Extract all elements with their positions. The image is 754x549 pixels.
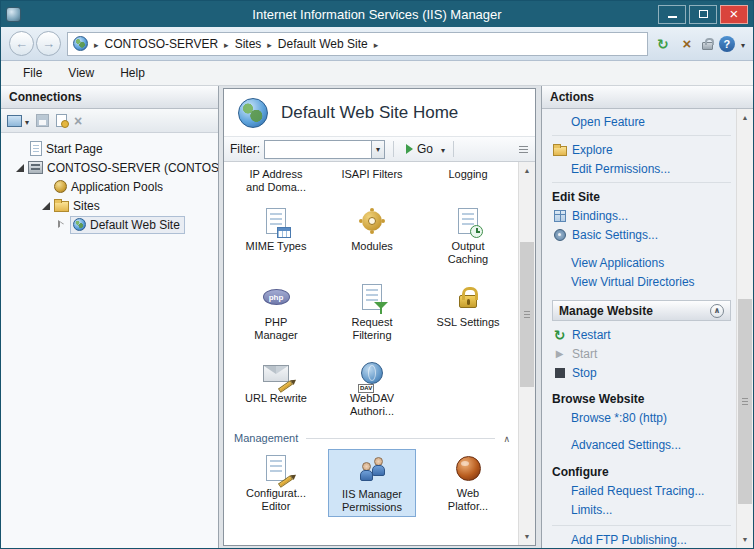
- tree-item-start-page[interactable]: Start Page: [1, 139, 218, 158]
- expander-collapsed-icon[interactable]: [57, 220, 66, 229]
- splitter-grip-icon[interactable]: [518, 145, 529, 154]
- action-basic-settings[interactable]: Basic Settings...: [552, 225, 731, 244]
- feature-row: IP Address and Doma... ISAPI Filters Log…: [228, 166, 518, 196]
- configuration-editor-icon: [259, 451, 293, 485]
- delete-connection-icon[interactable]: [74, 113, 82, 129]
- page-header: Default Web Site Home: [224, 89, 535, 136]
- breadcrumb-item-sites[interactable]: Sites: [235, 37, 262, 51]
- connect-icon[interactable]: [7, 115, 22, 127]
- explore-folder-icon: [552, 144, 567, 156]
- breadcrumb-separator-icon: [90, 37, 103, 51]
- action-explore[interactable]: Explore: [552, 140, 731, 159]
- manage-website-collapse-icon[interactable]: [710, 304, 724, 318]
- selected-tree-item[interactable]: Default Web Site: [70, 216, 185, 234]
- action-start[interactable]: Start: [552, 344, 731, 363]
- scroll-up-icon[interactable]: [519, 162, 535, 179]
- navigation-buttons: [9, 31, 61, 56]
- menu-help[interactable]: Help: [108, 63, 157, 83]
- tree-item-default-web-site[interactable]: Default Web Site: [1, 215, 218, 234]
- feature-url-rewrite[interactable]: URL Rewrite: [228, 354, 324, 420]
- feature-php-manager[interactable]: PHP Manager: [228, 278, 324, 344]
- action-failed-request-tracing[interactable]: Failed Request Tracing...: [552, 481, 731, 500]
- manage-website-header[interactable]: Manage Website: [552, 300, 731, 321]
- action-view-applications[interactable]: View Applications: [552, 253, 731, 272]
- feature-isapi-filters[interactable]: ISAPI Filters: [324, 166, 420, 196]
- scroll-down-icon[interactable]: [519, 528, 535, 545]
- feature-modules[interactable]: Modules: [324, 202, 420, 268]
- feature-mime-types[interactable]: MIME Types: [228, 202, 324, 268]
- breadcrumb-item-server[interactable]: CONTOSO-SERVER: [105, 37, 219, 51]
- tree-item-sites[interactable]: Sites: [1, 196, 218, 215]
- action-edit-permissions[interactable]: Edit Permissions...: [552, 159, 731, 178]
- web-platform-installer-icon: [451, 451, 485, 485]
- feature-ssl-settings[interactable]: SSL Settings: [420, 278, 516, 344]
- breadcrumb-separator-icon: [220, 37, 233, 51]
- action-advanced-settings[interactable]: Advanced Settings...: [552, 435, 731, 454]
- show-all-caret-icon[interactable]: [441, 142, 445, 156]
- actions-panel: Actions Open Feature Explore Edit Permis…: [541, 86, 753, 548]
- feature-webdav-authoring[interactable]: WebDAV Authori...: [324, 354, 420, 420]
- feature-iis-manager-permissions[interactable]: IIS Manager Permissions: [328, 449, 416, 517]
- action-browse-80[interactable]: Browse *:80 (http): [552, 408, 731, 427]
- feature-output-caching[interactable]: Output Caching: [420, 202, 516, 268]
- forward-button[interactable]: [36, 31, 61, 56]
- tree-item-label: Start Page: [46, 142, 103, 156]
- close-button[interactable]: [720, 5, 748, 24]
- minimize-button[interactable]: [658, 5, 686, 24]
- features-area: IP Address and Doma... ISAPI Filters Log…: [224, 162, 535, 545]
- stop-icon[interactable]: [678, 35, 696, 53]
- modules-icon: [355, 204, 389, 238]
- menu-view[interactable]: View: [56, 63, 106, 83]
- help-icon[interactable]: [719, 36, 735, 52]
- filter-input[interactable]: [264, 140, 372, 159]
- breadcrumb[interactable]: CONTOSO-SERVER Sites Default Web Site: [67, 32, 648, 56]
- feature-ip-address-and-domain-restrictions[interactable]: IP Address and Doma...: [228, 166, 324, 196]
- mime-types-icon: [259, 204, 293, 238]
- back-button[interactable]: [9, 31, 34, 56]
- action-restart[interactable]: Restart: [552, 325, 731, 344]
- connections-header: Connections: [1, 86, 218, 109]
- action-view-virtual-directories[interactable]: View Virtual Directories: [552, 272, 731, 291]
- management-collapse-icon[interactable]: [495, 432, 510, 444]
- feature-web-platform-installer[interactable]: Web Platfor...: [420, 449, 516, 517]
- lock-icon: [702, 42, 713, 50]
- scrollbar-thumb[interactable]: [520, 242, 534, 387]
- management-label: Management: [234, 432, 298, 444]
- action-open-feature[interactable]: Open Feature: [552, 112, 731, 131]
- site-node-icon: [73, 36, 88, 51]
- tree-item-server[interactable]: CONTOSO-SERVER (CONTOS: [1, 158, 218, 177]
- tree-item-label: CONTOSO-SERVER (CONTOS: [47, 161, 218, 175]
- breadcrumb-separator-icon: [370, 37, 383, 51]
- actions-scrollbar[interactable]: [736, 109, 753, 548]
- save-connections-icon[interactable]: [36, 114, 49, 127]
- filter-dropdown-icon[interactable]: [372, 140, 385, 159]
- site-home-icon: [238, 98, 268, 128]
- expander-expanded-icon[interactable]: [15, 163, 24, 172]
- maximize-button[interactable]: [689, 5, 717, 24]
- scrollbar-thumb[interactable]: [738, 299, 752, 504]
- menu-file[interactable]: File: [11, 63, 54, 83]
- scroll-down-icon[interactable]: [737, 531, 753, 548]
- go-button[interactable]: Go: [402, 140, 437, 158]
- help-menu-caret-icon[interactable]: [741, 37, 745, 51]
- new-connection-icon[interactable]: [56, 114, 67, 127]
- toolbar-separator: [453, 141, 454, 157]
- page-title: Default Web Site Home: [281, 103, 458, 123]
- features-scrollbar[interactable]: [518, 162, 535, 545]
- management-group-header[interactable]: Management: [228, 426, 518, 449]
- feature-request-filtering[interactable]: Request Filtering: [324, 278, 420, 344]
- action-bindings[interactable]: Bindings...: [552, 206, 731, 225]
- action-limits[interactable]: Limits...: [552, 500, 731, 519]
- feature-logging[interactable]: Logging: [420, 166, 516, 196]
- feature-configuration-editor[interactable]: Configurat... Editor: [228, 449, 324, 517]
- start-page-icon: [30, 141, 42, 156]
- expander-expanded-icon[interactable]: [41, 201, 50, 210]
- iis-manager-permissions-icon: [355, 452, 389, 486]
- refresh-icon[interactable]: [654, 35, 672, 53]
- action-stop[interactable]: Stop: [552, 363, 731, 382]
- action-add-ftp-publishing[interactable]: Add FTP Publishing...: [552, 530, 731, 548]
- scroll-up-icon[interactable]: [737, 109, 753, 126]
- tree-item-application-pools[interactable]: Application Pools: [1, 177, 218, 196]
- breadcrumb-item-default-web-site[interactable]: Default Web Site: [278, 37, 368, 51]
- bindings-icon: [552, 210, 567, 222]
